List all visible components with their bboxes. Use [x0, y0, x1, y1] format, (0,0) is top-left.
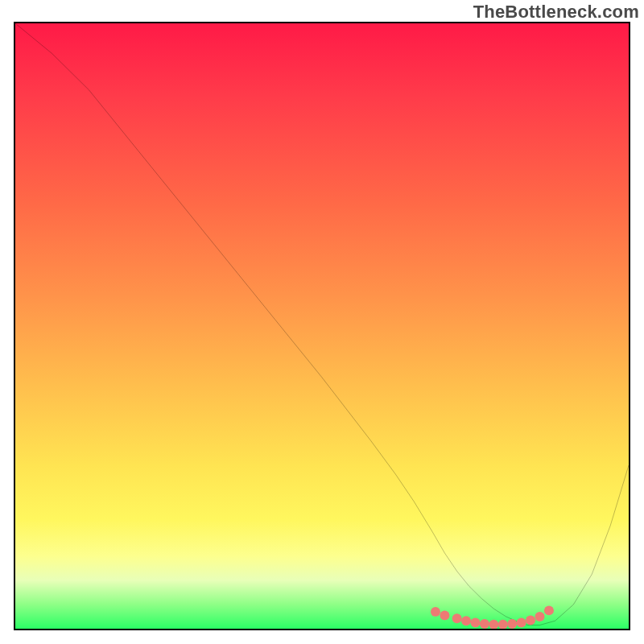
- minimum-dot: [544, 606, 554, 616]
- minimum-dot: [526, 616, 535, 625]
- minimum-dot: [461, 616, 471, 625]
- minimum-dots: [431, 606, 554, 630]
- minimum-dot: [452, 613, 462, 623]
- minimum-dot: [431, 607, 440, 617]
- minimum-dot: [535, 612, 545, 621]
- minimum-dot: [507, 619, 517, 629]
- watermark-text: TheBottleneck.com: [473, 2, 639, 23]
- minimum-dot: [440, 611, 449, 621]
- minimum-dot: [489, 620, 498, 630]
- chart-frame: TheBottleneck.com: [0, 0, 644, 644]
- minimum-dot: [517, 618, 526, 628]
- plot-area: [14, 22, 630, 630]
- minimum-dot: [480, 619, 489, 629]
- minimum-dot: [471, 618, 481, 628]
- curve-layer: [15, 23, 629, 629]
- minimum-dot: [498, 620, 508, 630]
- bottleneck-curve: [15, 23, 629, 625]
